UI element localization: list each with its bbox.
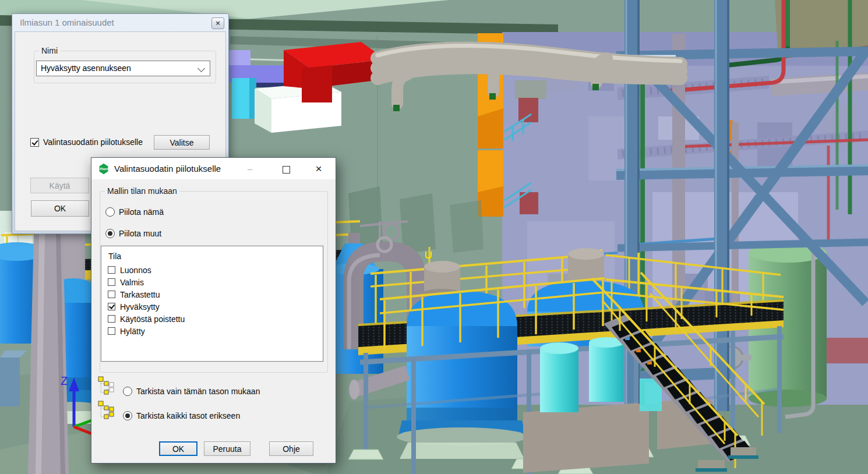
name-combobox[interactable]: Hyväksytty asennukseen xyxy=(36,61,210,76)
ok-button[interactable]: OK xyxy=(159,441,197,456)
item-checkbox[interactable] xyxy=(108,327,115,335)
list-item[interactable]: Hyväksytty xyxy=(101,300,323,313)
item-label: Käytöstä poistettu xyxy=(120,314,185,324)
item-label: Tarkastettu xyxy=(120,290,160,299)
check-this-level-radio[interactable] xyxy=(123,387,132,396)
dialog1-titlebar[interactable]: Ilmiasun 1 ominaisuudet xyxy=(12,14,228,31)
hide-others-radio[interactable] xyxy=(105,229,115,238)
item-checkbox[interactable] xyxy=(108,278,115,286)
tree-single-level-icon xyxy=(97,376,115,395)
plant-app-icon: Plant xyxy=(98,163,110,175)
item-checkbox[interactable] xyxy=(108,291,115,298)
dialog1-title: Ilmiasun 1 ominaisuudet xyxy=(20,17,114,27)
item-checkbox[interactable] xyxy=(108,303,115,310)
selection-filter-checkbox[interactable] xyxy=(30,138,39,147)
state-list-header: Tila xyxy=(101,246,323,264)
model-state-group-label: Mallin tilan mukaan xyxy=(105,186,179,196)
item-label: Valmis xyxy=(120,278,144,287)
check-all-levels-radio-label: Tarkista kaikki tasot erikseen xyxy=(136,411,240,420)
state-listbox[interactable]: Tila LuonnosValmisTarkastettuHyväksyttyK… xyxy=(101,246,323,362)
minimize-icon[interactable]: – xyxy=(240,158,260,179)
item-label: Luonnos xyxy=(120,266,151,275)
maximize-icon[interactable] xyxy=(276,158,296,179)
list-item[interactable]: Luonnos xyxy=(101,264,323,276)
axis-z-label: Z xyxy=(61,374,68,387)
list-item[interactable]: Hylätty xyxy=(101,325,323,337)
cancel-button[interactable]: Peruuta xyxy=(204,441,250,456)
list-item[interactable]: Valmis xyxy=(101,276,323,288)
close-icon[interactable]: × xyxy=(211,17,224,29)
hide-these-radio-label: Piilota nämä xyxy=(119,207,164,217)
dialog2-title: Valintasuodatin piilotukselle xyxy=(114,164,221,174)
selection-filter-dialog: Plant Valintasuodatin piilotukselle – × … xyxy=(91,157,336,464)
selection-filter-checkbox-label: Valintasuodatin piilotukselle xyxy=(43,137,143,147)
tree-all-levels-icon xyxy=(97,400,115,420)
check-all-levels-radio[interactable] xyxy=(123,411,132,420)
hide-these-radio[interactable] xyxy=(105,207,115,217)
help-button[interactable]: Ohje xyxy=(269,441,313,456)
state-list-items: LuonnosValmisTarkastettuHyväksyttyKäytös… xyxy=(101,264,323,337)
list-item[interactable]: Tarkastettu xyxy=(101,288,323,300)
svg-text:Plant: Plant xyxy=(100,167,108,171)
apply-button[interactable]: Käytä xyxy=(30,178,89,193)
item-label: Hyväksytty xyxy=(120,302,160,312)
name-group-label: Nimi xyxy=(39,46,60,55)
application-window: Z X Ilmiasun 1 ominaisuudet × Nimi Hyväk… xyxy=(0,0,868,474)
list-item[interactable]: Käytöstä poistettu xyxy=(101,313,323,325)
item-checkbox[interactable] xyxy=(108,266,115,274)
hide-others-radio-label: Piilota muut xyxy=(119,229,161,238)
select-button[interactable]: Valitse xyxy=(154,135,210,150)
chevron-down-icon[interactable] xyxy=(197,65,205,72)
item-checkbox[interactable] xyxy=(108,315,115,323)
name-combobox-value: Hyväksytty asennukseen xyxy=(41,63,131,73)
dialog2-titlebar[interactable]: Plant Valintasuodatin piilotukselle – × xyxy=(91,158,336,179)
close-icon[interactable]: × xyxy=(309,158,329,179)
check-this-level-radio-label: Tarkista vain tämän tason mukaan xyxy=(136,387,260,396)
item-label: Hylätty xyxy=(120,327,145,336)
ok-button-dialog1[interactable]: OK xyxy=(31,200,89,217)
